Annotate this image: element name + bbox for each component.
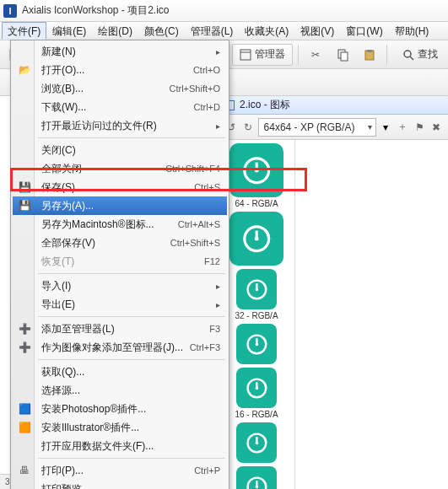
menu-item[interactable]: 全部保存(V)Ctrl+Shift+S [13, 234, 227, 252]
menu-color[interactable]: 颜色(C) [138, 22, 185, 40]
menu-item[interactable]: 打开最近访问过的文件(R)▸ [13, 116, 227, 135]
manager-button[interactable]: 管理器 [232, 44, 293, 66]
menu-item-accel: F12 [204, 256, 220, 266]
menu-item-label: 另存为Macintosh®图标... [41, 218, 178, 232]
menu-favorites[interactable]: 收藏夹(A) [239, 22, 294, 40]
app-icon: I [3, 4, 17, 18]
menu-item[interactable]: 获取(Q)... [13, 363, 227, 381]
blank-icon [18, 162, 31, 175]
menu-edit[interactable]: 编辑(E) [46, 22, 92, 40]
blank-icon [18, 255, 31, 268]
search-icon [402, 49, 414, 61]
ps-icon: 🟦 [18, 402, 31, 416]
addimg-icon: ➕ [18, 341, 31, 354]
menu-item-label: 浏览(B)... [41, 82, 169, 96]
menu-item[interactable]: 关闭(C) [13, 141, 227, 159]
file-menu: 新建(N)▸📂打开(O)...Ctrl+O浏览(B)...Ctrl+Shift+… [10, 40, 229, 489]
svg-line-10 [410, 56, 413, 60]
svg-rect-8 [367, 50, 372, 52]
window-title: Axialis IconWorkshop - 项目2.ico [22, 3, 170, 18]
menu-item-label: 关闭(C) [41, 143, 220, 158]
menu-item[interactable]: 另存为Macintosh®图标...Ctrl+Alt+S [13, 215, 227, 234]
thumb-list: 64 - RGB/A32 - RGB/A16 - RGB/Ax48 - 256x… [219, 140, 295, 489]
blank-icon [18, 100, 31, 114]
menu-item[interactable]: 🟦安装Photoshop®插件... [13, 400, 227, 418]
menu-separator [38, 273, 225, 274]
thumb-item[interactable]: 64 - RGB/A [223, 143, 290, 208]
thumb-item[interactable] [223, 212, 290, 266]
menu-item[interactable]: 打开应用数据文件夹(F)... [13, 437, 227, 455]
thumb-item[interactable] [223, 422, 290, 463]
document-toolbar: ↺ ↻ 64x64 - XP (RGB/A) ▾ ＋ ⚑ ✖ [219, 115, 448, 140]
document-title: 2.ico - 图标 [240, 98, 290, 112]
menu-item-label: 打开(O)... [41, 63, 193, 78]
ai-icon: 🟧 [18, 421, 31, 434]
menu-item-label: 保存(S) [41, 180, 194, 195]
svg-rect-3 [240, 50, 251, 60]
menu-item-label: 导入(I) [41, 279, 216, 293]
menu-file[interactable]: 文件(F) [2, 22, 46, 40]
rotate-right-icon[interactable]: ↻ [241, 117, 255, 137]
thumb-item[interactable]: 32 - RGB/A [223, 269, 290, 320]
menu-item-label: 打印预览... [41, 482, 220, 490]
menu-item[interactable]: 💾另存为(A)... [13, 196, 227, 215]
thumb-item[interactable]: 16 - RGB/A [223, 368, 290, 419]
blank-icon [18, 45, 31, 58]
menu-item[interactable]: 📂打开(O)...Ctrl+O [13, 61, 227, 79]
submenu-arrow-icon: ▸ [216, 282, 220, 291]
menu-item[interactable]: 下载(W)...Ctrl+D [13, 98, 227, 116]
menu-draw[interactable]: 绘图(D) [92, 22, 138, 40]
thumb-preview-icon [236, 466, 277, 489]
menu-item[interactable]: 选择源... [13, 381, 227, 400]
menu-item[interactable]: 💾保存(S)Ctrl+S [13, 178, 227, 196]
menu-manager[interactable]: 管理器(L) [185, 22, 240, 40]
menu-item-label: 全部关闭 [41, 162, 165, 176]
menu-item[interactable]: ➕添加至管理器(L)F3 [13, 320, 227, 338]
add-format-icon[interactable]: ＋ [397, 117, 410, 137]
thumb-preview-icon [236, 324, 277, 364]
addlib-icon: ➕ [18, 322, 31, 336]
menu-item[interactable]: ➕作为图像对象添加至管理器(J)...Ctrl+F3 [13, 338, 227, 357]
menu-window[interactable]: 窗口(W) [340, 22, 388, 40]
thumb-caption: 32 - RGB/A [223, 311, 290, 320]
menu-item-accel: Ctrl+O [193, 65, 220, 75]
document-tab-header[interactable]: 2.ico - 图标 [219, 96, 448, 115]
menu-item[interactable]: 🟧安装Illustrator®插件... [13, 418, 227, 437]
cut-icon[interactable]: ✂ [304, 44, 327, 66]
menu-item-label: 添加至管理器(L) [41, 322, 209, 336]
thumb-item[interactable]: x48 - 256 [223, 466, 290, 489]
menu-item-accel: Ctrl+P [194, 465, 220, 476]
search-button[interactable]: 查找 [396, 44, 445, 66]
menu-item-accel: Ctrl+S [194, 182, 220, 192]
submenu-arrow-icon: ▸ [216, 47, 220, 56]
menu-item-label: 安装Illustrator®插件... [41, 421, 220, 435]
pin-icon[interactable]: ⚑ [413, 117, 426, 137]
titlebar: I Axialis IconWorkshop - 项目2.ico [0, 0, 448, 22]
menu-item-accel: Ctrl+Alt+S [178, 219, 220, 229]
menu-item[interactable]: 🖶打印(P)...Ctrl+P [13, 461, 227, 480]
toolbar-separator [386, 45, 387, 65]
menu-item[interactable]: 导出(E)▸ [13, 295, 227, 314]
menu-item-label: 导出(E) [41, 298, 216, 312]
blank-icon [18, 365, 31, 379]
menu-separator [38, 137, 225, 138]
submenu-arrow-icon: ▸ [216, 121, 220, 131]
menu-view[interactable]: 视图(V) [294, 22, 340, 40]
delete-format-icon[interactable]: ✖ [429, 117, 443, 137]
menu-item[interactable]: 浏览(B)...Ctrl+Shift+O [13, 79, 227, 98]
paste-icon[interactable] [358, 44, 381, 66]
menu-item[interactable]: 导入(I)▸ [13, 277, 227, 295]
menu-separator [38, 316, 225, 317]
menu-item-label: 作为图像对象添加至管理器(J)... [41, 341, 190, 355]
thumb-item[interactable] [223, 324, 290, 364]
menu-item[interactable]: 全部关闭Ctrl+Shift+F4 [13, 159, 227, 178]
menu-help[interactable]: 帮助(H) [389, 22, 435, 40]
blank-icon [18, 218, 31, 231]
menu-item[interactable]: 新建(N)▸ [13, 42, 227, 61]
menu-item[interactable]: 打印预览... [13, 480, 227, 489]
thumb-preview-icon [229, 143, 283, 197]
blank-icon [18, 384, 31, 397]
copy-icon[interactable] [331, 44, 354, 66]
menu-item-accel: Ctrl+Shift+F4 [165, 164, 220, 174]
format-select[interactable]: 64x64 - XP (RGB/A) [258, 118, 376, 137]
